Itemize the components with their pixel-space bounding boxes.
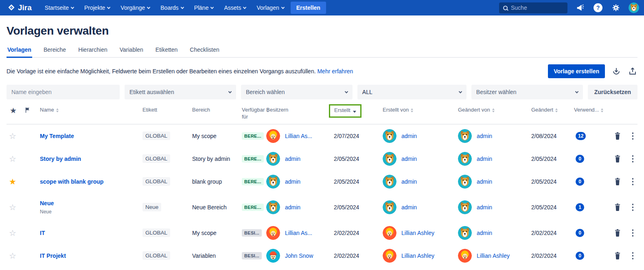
- besitzer-link[interactable]: admin: [285, 156, 300, 162]
- erstellt-von-link[interactable]: admin: [401, 178, 417, 185]
- erstellt-von-link[interactable]: admin: [401, 204, 417, 211]
- tab-vorlagen[interactable]: Vorlagen: [7, 45, 32, 58]
- template-name-link[interactable]: scope with blank group: [40, 178, 103, 185]
- geaendert-von-link[interactable]: admin: [477, 178, 492, 185]
- favorite-star-icon[interactable]: ☆: [9, 229, 16, 237]
- create-button[interactable]: Erstellen: [291, 2, 326, 14]
- import-download-icon: [611, 66, 621, 76]
- row-menu-button[interactable]: [631, 228, 635, 238]
- delete-button[interactable]: [613, 203, 622, 212]
- erstellt-von-link[interactable]: Lillian Ashley: [401, 230, 434, 236]
- favorite-star-icon[interactable]: ☆: [9, 155, 16, 163]
- nav-item-projekte[interactable]: Projekte: [80, 2, 114, 13]
- template-name-link[interactable]: My Template: [40, 133, 74, 139]
- trash-icon: [613, 203, 622, 212]
- column-header-erstellt[interactable]: Erstellt: [334, 107, 350, 114]
- dog-avatar-icon: [266, 152, 280, 166]
- nav-item-vorlagen[interactable]: Vorlagen: [252, 2, 288, 13]
- filter-bar: Etikett auswählen Bereich wählen ALL Bes…: [7, 85, 637, 99]
- create-template-button[interactable]: Vorlage erstellen: [548, 64, 605, 78]
- column-header-verwendet[interactable]: Verwend...: [574, 105, 607, 114]
- nav-item-startseite[interactable]: Startseite: [41, 2, 78, 13]
- nav-item-assets[interactable]: Assets: [220, 2, 250, 13]
- nav-item-boards[interactable]: Boards: [156, 2, 187, 13]
- geaendert-date: 2/05/2024: [531, 204, 574, 211]
- favorite-star-icon[interactable]: ☆: [9, 252, 16, 260]
- global-search[interactable]: [499, 2, 567, 13]
- usage-count-badge: 12: [576, 132, 586, 140]
- erstellt-date: 2/02/2024: [334, 252, 383, 259]
- besitzer-filter-select[interactable]: Besitzer wählen: [471, 85, 583, 99]
- besitzer-link[interactable]: Lillian As...: [285, 230, 312, 236]
- row-menu-button[interactable]: [631, 176, 635, 187]
- tab-checklisten[interactable]: Checklisten: [189, 45, 220, 58]
- favorite-star-icon[interactable]: ☆: [9, 132, 16, 140]
- geaendert-von-link[interactable]: admin: [477, 133, 492, 139]
- column-header-geaendert-von[interactable]: Geändert von: [458, 105, 531, 114]
- etikett-filter-select[interactable]: Etikett auswählen: [125, 85, 236, 99]
- tab-etiketten[interactable]: Etiketten: [155, 45, 178, 58]
- column-header-name[interactable]: Name: [40, 105, 142, 114]
- favorite-star-icon[interactable]: ☆: [9, 203, 16, 211]
- tab-variablen[interactable]: Variablen: [119, 45, 144, 58]
- tab-hierarchien[interactable]: Hierarchien: [77, 45, 108, 58]
- bereich-filter-select[interactable]: Bereich wählen: [241, 85, 353, 99]
- flag-column-icon[interactable]: [24, 107, 31, 114]
- search-input[interactable]: [511, 4, 560, 11]
- besitzer-link[interactable]: Lillian As...: [285, 133, 312, 139]
- usage-count-badge: 0: [576, 229, 584, 237]
- delete-button[interactable]: [613, 154, 622, 163]
- favorite-column-star-icon[interactable]: ★: [10, 107, 17, 114]
- learn-more-link[interactable]: Mehr erfahren: [317, 68, 353, 75]
- besitzer-link[interactable]: admin: [285, 178, 300, 185]
- tab-bereiche[interactable]: Bereiche: [43, 45, 67, 58]
- user-avatar[interactable]: [629, 2, 639, 13]
- column-header-bereich[interactable]: Bereich: [192, 105, 242, 114]
- column-header-besitzern[interactable]: Besitzern: [266, 105, 334, 114]
- besitzer-link[interactable]: John Snow: [285, 252, 313, 259]
- jira-logo[interactable]: Jira: [7, 3, 32, 12]
- column-header-geaendert[interactable]: Geändert: [531, 105, 574, 114]
- export-button[interactable]: [628, 66, 637, 76]
- geaendert-von-link[interactable]: Lillian Ashley: [477, 252, 510, 259]
- geaendert-von-link[interactable]: admin: [477, 204, 492, 211]
- nav-item-vorgaenge[interactable]: Vorgänge: [116, 2, 154, 13]
- column-header-verfuegbar-fuer[interactable]: Verfügbar für: [242, 105, 266, 121]
- delete-button[interactable]: [613, 132, 622, 140]
- row-menu-button[interactable]: [631, 250, 635, 261]
- verfuegbar-badge: BERE...: [242, 178, 264, 185]
- template-name-link[interactable]: IT: [40, 230, 45, 236]
- favorite-star-icon-filled[interactable]: ★: [9, 178, 16, 186]
- sort-icon: [411, 108, 413, 112]
- settings-button[interactable]: [611, 2, 621, 13]
- row-menu-button[interactable]: [631, 131, 635, 141]
- geaendert-von-link[interactable]: admin: [477, 156, 492, 162]
- erstellt-von-link[interactable]: Lillian Ashley: [401, 252, 434, 259]
- row-menu-button[interactable]: [631, 154, 635, 164]
- bereich-value: Neue Bereich: [192, 204, 242, 211]
- template-name-link[interactable]: Story by admin: [40, 156, 81, 162]
- delete-button[interactable]: [613, 177, 622, 186]
- name-filter-input[interactable]: [11, 89, 115, 95]
- column-header-erstellt-von[interactable]: Erstellt von: [383, 105, 458, 114]
- import-button[interactable]: [611, 66, 621, 76]
- announcement-button[interactable]: [575, 2, 585, 13]
- erstellt-von-link[interactable]: admin: [401, 156, 417, 162]
- scope-filter-select[interactable]: ALL: [357, 85, 467, 99]
- delete-button[interactable]: [613, 251, 622, 260]
- besitzer-link[interactable]: admin: [285, 204, 300, 211]
- template-name-link[interactable]: Neue: [40, 200, 54, 206]
- row-menu-button[interactable]: [631, 202, 635, 213]
- column-header-etikett[interactable]: Etikett: [142, 105, 192, 114]
- erstellt-von-link[interactable]: admin: [401, 133, 417, 139]
- usage-count-badge: 0: [576, 252, 584, 260]
- template-name-link[interactable]: IT Projekt: [40, 252, 66, 259]
- geaendert-von-link[interactable]: admin: [477, 230, 492, 236]
- page-title: Vorlagen verwalten: [7, 24, 637, 37]
- help-button[interactable]: ?: [593, 2, 603, 13]
- reset-filters-button[interactable]: Zurücksetzen: [588, 85, 637, 99]
- table-row: ☆ IT Projekt GLOBAL Variablen BESI... Jo…: [7, 244, 637, 267]
- nav-item-plaene[interactable]: Pläne: [190, 2, 218, 13]
- name-filter-field[interactable]: [7, 85, 120, 99]
- delete-button[interactable]: [613, 228, 622, 237]
